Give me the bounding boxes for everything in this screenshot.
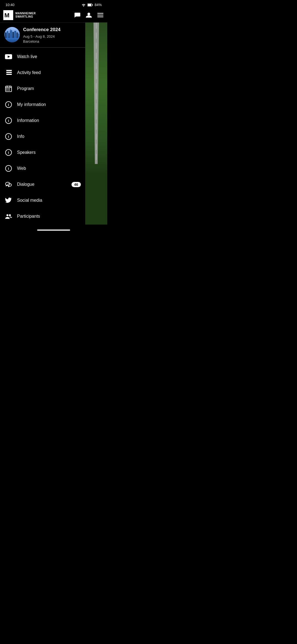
svg-rect-39 xyxy=(9,90,10,91)
conference-header: Conference 2024 Aug 5 - Aug 8, 2024 Barc… xyxy=(0,23,85,48)
menu-item-activity-feed[interactable]: Activity feed xyxy=(0,65,85,81)
web-icon: i xyxy=(4,164,13,173)
svg-rect-38 xyxy=(8,90,9,91)
conference-location: Barcelona xyxy=(23,39,61,44)
navigation-drawer: Conference 2024 Aug 5 - Aug 8, 2024 Barc… xyxy=(0,23,85,225)
svg-rect-27 xyxy=(5,70,6,71)
svg-text:i: i xyxy=(8,135,9,139)
main-layout: Conference 2024 Aug 5 - Aug 8, 2024 Barc… xyxy=(0,23,107,225)
activity-feed-icon xyxy=(4,69,13,77)
svg-point-53 xyxy=(9,214,11,216)
menu-item-speakers[interactable]: i Speakers xyxy=(0,144,85,160)
web-label: Web xyxy=(17,166,81,171)
svg-rect-31 xyxy=(6,87,12,88)
participants-label: Participants xyxy=(17,214,81,219)
social-media-label: Social media xyxy=(17,198,81,203)
youtube-icon xyxy=(4,53,13,61)
information-icon: i xyxy=(4,116,13,125)
program-label: Program xyxy=(17,86,81,91)
svg-rect-36 xyxy=(9,88,10,89)
conference-avatar-image xyxy=(4,27,20,42)
information-label: Information xyxy=(17,118,81,123)
watch-live-label: Watch live xyxy=(17,54,81,59)
battery-percentage: 84% xyxy=(95,3,102,7)
conference-date: Aug 5 - Aug 8, 2024 xyxy=(23,34,61,39)
dialogue-icon xyxy=(4,180,13,189)
conference-title: Conference 2024 xyxy=(23,27,61,32)
svg-rect-23 xyxy=(8,55,9,55)
svg-rect-18 xyxy=(16,32,18,38)
svg-rect-17 xyxy=(14,31,16,38)
menu-item-program[interactable]: Program xyxy=(0,81,85,97)
logo-mark-icon: M xyxy=(3,10,13,20)
svg-point-5 xyxy=(87,13,90,15)
conference-avatar xyxy=(4,27,20,42)
svg-rect-14 xyxy=(10,30,12,38)
speakers-icon: i xyxy=(4,148,13,157)
menu-item-information[interactable]: i Information xyxy=(0,113,85,129)
svg-rect-1 xyxy=(92,4,93,6)
menu-item-info[interactable]: i Info xyxy=(0,129,85,144)
menu-item-watch-live[interactable]: Watch live xyxy=(0,49,85,65)
svg-rect-33 xyxy=(10,86,10,87)
menu-item-social-media[interactable]: Social media xyxy=(0,192,85,208)
profile-icon[interactable] xyxy=(85,12,92,19)
svg-rect-15 xyxy=(10,29,11,31)
menu-item-my-information[interactable]: i My information xyxy=(0,97,85,113)
my-information-label: My information xyxy=(17,102,81,107)
status-icons: 84% xyxy=(81,3,102,7)
svg-rect-16 xyxy=(12,32,14,38)
svg-rect-19 xyxy=(18,34,19,38)
chat-icon[interactable] xyxy=(74,12,81,19)
svg-rect-2 xyxy=(88,4,91,6)
svg-rect-35 xyxy=(8,88,9,89)
svg-rect-28 xyxy=(5,72,6,73)
home-indicator xyxy=(37,230,70,231)
svg-text:i: i xyxy=(8,119,9,123)
time-display: 10:40 xyxy=(6,3,15,7)
svg-rect-7 xyxy=(97,15,103,16)
menu-item-notes[interactable]: Notes xyxy=(0,224,85,225)
content-area xyxy=(85,23,107,225)
conference-info: Conference 2024 Aug 5 - Aug 8, 2024 Barc… xyxy=(23,27,61,44)
svg-rect-8 xyxy=(97,17,103,17)
menu-item-dialogue[interactable]: Dialogue 46 xyxy=(0,176,85,192)
dialogue-label: Dialogue xyxy=(17,182,67,187)
activity-feed-label: Activity feed xyxy=(17,70,81,75)
menu-item-web[interactable]: i Web xyxy=(0,160,85,176)
wifi-icon xyxy=(81,3,86,7)
svg-rect-13 xyxy=(9,33,10,38)
svg-rect-34 xyxy=(6,88,7,89)
svg-rect-29 xyxy=(5,74,6,75)
svg-rect-6 xyxy=(97,13,103,14)
menu-item-participants[interactable]: Participants xyxy=(0,208,85,224)
svg-text:M: M xyxy=(4,12,9,19)
twitter-icon xyxy=(4,196,13,204)
participants-icon xyxy=(4,212,13,220)
info-icon: i xyxy=(4,132,13,141)
svg-text:i: i xyxy=(8,167,9,171)
svg-rect-32 xyxy=(7,86,7,87)
info-label: Info xyxy=(17,134,81,139)
app-header: M MANNHEIMER SWARTLING xyxy=(0,9,107,23)
battery-icon xyxy=(87,3,93,7)
status-bar: 10:40 84% xyxy=(0,0,107,9)
my-info-icon: i xyxy=(4,100,13,109)
dialogue-badge: 46 xyxy=(72,182,81,187)
logo-text: MANNHEIMER SWARTLING xyxy=(15,12,36,18)
logo-container: M MANNHEIMER SWARTLING xyxy=(3,10,36,20)
hamburger-menu-icon[interactable] xyxy=(97,12,104,19)
calendar-icon xyxy=(4,84,13,93)
svg-rect-11 xyxy=(5,32,7,38)
speakers-label: Speakers xyxy=(17,150,81,155)
header-action-icons xyxy=(74,12,104,19)
svg-text:i: i xyxy=(8,151,9,155)
svg-text:i: i xyxy=(8,103,9,107)
svg-rect-12 xyxy=(7,31,8,38)
svg-point-52 xyxy=(7,214,9,216)
forest-background-image xyxy=(85,23,107,225)
svg-rect-37 xyxy=(6,90,7,91)
